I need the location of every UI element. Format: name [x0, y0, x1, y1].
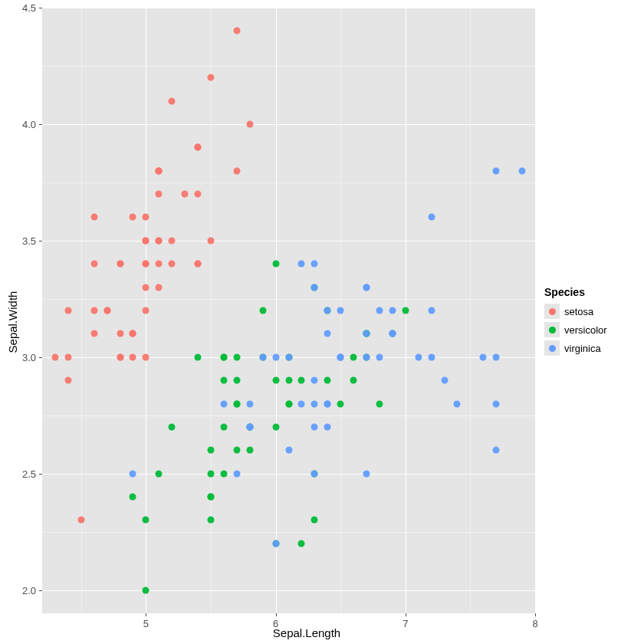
- data-point: [117, 330, 123, 337]
- data-point: [363, 330, 370, 337]
- data-point: [233, 353, 240, 360]
- data-point: [259, 307, 266, 314]
- data-point: [311, 517, 318, 524]
- data-point: [519, 167, 526, 174]
- x-tick-label: 5: [143, 618, 149, 629]
- data-point: [104, 307, 110, 314]
- data-point: [311, 284, 318, 291]
- data-point: [272, 540, 279, 547]
- data-point: [169, 423, 176, 430]
- data-point: [117, 261, 123, 268]
- data-point: [272, 353, 279, 360]
- grid-major-h: [42, 8, 535, 8]
- data-point: [77, 517, 84, 524]
- data-point: [324, 400, 331, 407]
- data-point: [337, 307, 344, 314]
- data-point: [454, 400, 461, 407]
- data-point: [376, 307, 383, 314]
- data-point: [259, 353, 266, 360]
- scatter-chart: Sepal.Width Sepal.Length Species setosa …: [0, 0, 644, 644]
- data-point: [233, 167, 240, 174]
- data-point: [195, 144, 202, 151]
- data-point: [169, 261, 176, 268]
- x-tick-mark: [276, 613, 277, 616]
- data-point: [350, 353, 357, 360]
- data-point: [156, 470, 163, 477]
- data-point: [143, 307, 150, 314]
- x-axis-title: Sepal.Length: [273, 626, 340, 639]
- data-point: [207, 470, 214, 477]
- data-point: [363, 353, 370, 360]
- data-point: [130, 470, 136, 477]
- data-point: [324, 423, 331, 430]
- data-point: [207, 237, 214, 244]
- grid-minor-h: [42, 299, 535, 300]
- data-point: [207, 494, 214, 501]
- data-point: [441, 377, 448, 384]
- data-point: [428, 214, 435, 221]
- data-point: [233, 377, 240, 384]
- data-point: [324, 377, 331, 384]
- legend-item-versicolor: versicolor: [544, 321, 607, 338]
- y-tick-label: 3.5: [22, 235, 36, 246]
- data-point: [298, 261, 305, 268]
- data-point: [64, 353, 71, 360]
- data-point: [130, 330, 136, 337]
- data-point: [195, 353, 202, 360]
- data-point: [64, 307, 71, 314]
- data-point: [324, 330, 331, 337]
- data-point: [143, 586, 150, 593]
- data-point: [285, 447, 292, 454]
- grid-major-v: [276, 8, 277, 613]
- data-point: [220, 353, 227, 360]
- data-point: [64, 377, 71, 384]
- grid-minor-h: [42, 532, 535, 533]
- y-tick-label: 4.0: [22, 118, 36, 130]
- legend-key-versicolor: [544, 322, 560, 337]
- legend-key-virginica: [544, 340, 560, 356]
- data-point: [337, 400, 344, 407]
- data-point: [207, 447, 214, 454]
- grid-major-h: [42, 124, 535, 125]
- grid-minor-h: [42, 182, 535, 183]
- data-point: [207, 517, 214, 524]
- data-point: [246, 400, 253, 407]
- data-point: [337, 353, 344, 360]
- legend-label: versicolor: [564, 324, 607, 336]
- data-point: [90, 307, 97, 314]
- data-point: [143, 261, 150, 268]
- data-point: [156, 191, 163, 198]
- data-point: [272, 261, 279, 268]
- data-point: [389, 307, 396, 314]
- data-point: [285, 377, 292, 384]
- data-point: [143, 214, 150, 221]
- y-tick-mark: [39, 590, 42, 591]
- data-point: [311, 470, 318, 477]
- data-point: [246, 423, 253, 430]
- legend-item-setosa: setosa: [544, 303, 607, 320]
- data-point: [311, 423, 318, 430]
- x-tick-mark: [535, 613, 536, 616]
- data-point: [117, 353, 123, 360]
- data-point: [169, 237, 176, 244]
- data-point: [143, 517, 150, 524]
- data-point: [233, 400, 240, 407]
- y-tick-mark: [39, 241, 42, 242]
- data-point: [156, 237, 163, 244]
- data-point: [272, 377, 279, 384]
- data-point: [182, 191, 189, 198]
- y-tick-label: 4.5: [22, 2, 36, 14]
- data-point: [428, 353, 435, 360]
- data-point: [415, 353, 422, 360]
- y-tick-mark: [39, 474, 42, 475]
- grid-major-v: [535, 8, 536, 613]
- x-tick-label: 6: [273, 618, 278, 629]
- data-point: [143, 353, 150, 360]
- data-point: [363, 284, 370, 291]
- data-point: [298, 540, 305, 547]
- data-point: [156, 261, 163, 268]
- data-point: [493, 400, 500, 407]
- data-point: [285, 400, 292, 407]
- data-point: [169, 97, 176, 104]
- data-point: [428, 307, 435, 314]
